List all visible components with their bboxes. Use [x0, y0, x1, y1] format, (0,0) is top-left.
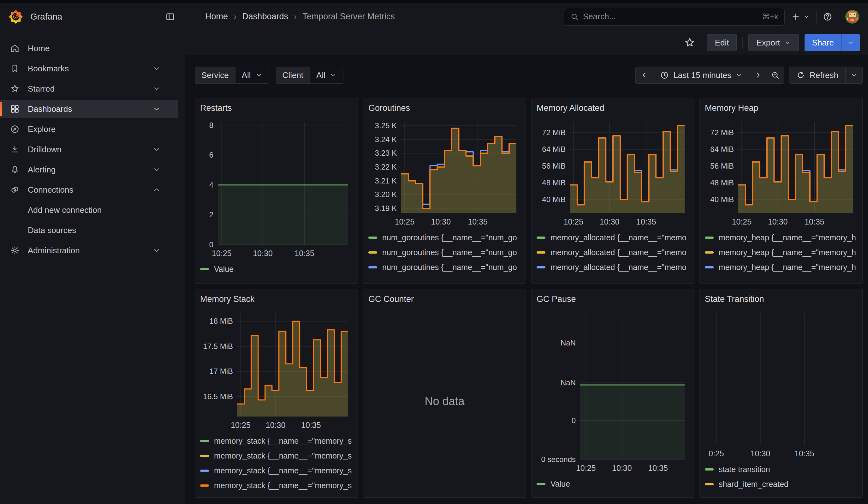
time-shift-forward-button[interactable]	[750, 67, 767, 83]
chevron-down-icon[interactable]	[152, 165, 161, 174]
share-button[interactable]: Share	[805, 34, 841, 51]
favorite-star-icon[interactable]	[684, 37, 695, 48]
legend-row[interactable]: memory_allocated {__name__="memo	[537, 230, 689, 245]
panel-title[interactable]: Memory Stack	[200, 294, 353, 305]
share-dropdown-button[interactable]	[841, 34, 860, 51]
sidebar-item-administration[interactable]: Administration	[0, 241, 178, 260]
legend-row[interactable]: Value	[200, 262, 353, 277]
chevron-down-icon	[851, 72, 858, 79]
breadcrumb-item[interactable]: Home	[205, 12, 228, 21]
legend-row[interactable]: memory_heap {__name__="memory_h	[705, 260, 857, 275]
goroutines-chart[interactable]: 3.25 K3.24 K3.23 K3.22 K3.21 K3.20 K3.19…	[368, 119, 521, 229]
sidebar-toggle-icon[interactable]	[165, 12, 175, 21]
panel-title[interactable]: GC Counter	[368, 294, 521, 305]
panel-title[interactable]: GC Pause	[537, 294, 689, 305]
panel-title[interactable]: Restarts	[200, 103, 353, 113]
restarts-chart[interactable]: 8642010:2510:3010:35	[200, 119, 353, 260]
legend-label: memory_stack {__name__="memory_s	[214, 466, 352, 475]
brand-name: Grafana	[30, 12, 62, 22]
legend-row[interactable]: memory_stack {__name__="memory_s	[200, 478, 353, 493]
svg-text:3.19 K: 3.19 K	[375, 204, 397, 213]
svg-text:4: 4	[209, 181, 213, 189]
legend: Value	[200, 262, 353, 277]
legend-row[interactable]: num_goroutines {__name__="num_go	[368, 275, 521, 278]
refresh-button[interactable]: Refresh	[789, 67, 845, 83]
legend-row[interactable]: state transition	[705, 462, 857, 477]
sidebar-item-add-new-connection[interactable]: Add new connection	[0, 201, 178, 219]
avatar[interactable]	[845, 10, 859, 24]
legend-swatch	[200, 268, 209, 270]
chevron-down-icon[interactable]	[152, 145, 161, 154]
legend-swatch	[200, 455, 209, 457]
refresh-interval-dropdown[interactable]	[845, 67, 862, 83]
sidebar-item-bookmarks[interactable]: Bookmarks	[0, 59, 178, 78]
sidebar-item-dashboards[interactable]: Dashboards	[0, 100, 178, 118]
legend-row[interactable]: shard_item_created	[705, 477, 857, 492]
legend-row[interactable]: memory_heap {__name__="memory_h	[705, 230, 857, 245]
panel-title[interactable]: State Transition	[705, 294, 857, 305]
chevron-down-icon[interactable]	[152, 105, 161, 113]
legend-row[interactable]: num_goroutines {__name__="num_go	[368, 260, 521, 275]
panel-title[interactable]: Memory Heap	[705, 103, 857, 113]
legend-label: num_goroutines {__name__="num_go	[382, 248, 517, 257]
legend-row[interactable]: memory_allocated {__name__="memo	[537, 275, 689, 278]
sidebar-item-drilldown[interactable]: Drilldown	[0, 140, 178, 158]
legend-swatch	[705, 237, 714, 239]
help-icon[interactable]	[823, 12, 832, 21]
chevron-down-icon[interactable]	[152, 246, 161, 255]
new-item-button[interactable]	[791, 12, 810, 21]
sidebar-item-home[interactable]: Home	[0, 39, 178, 58]
svg-text:40 MiB: 40 MiB	[542, 195, 566, 204]
chevron-up-icon[interactable]	[152, 186, 161, 194]
zoom-out-button[interactable]	[767, 67, 784, 83]
legend-row[interactable]: num_goroutines {__name__="num_go	[368, 245, 521, 260]
edit-button[interactable]: Edit	[707, 34, 737, 51]
svg-text:3.20 K: 3.20 K	[375, 190, 397, 199]
panel-memory-heap: Memory Heap 72 MiB64 MiB56 MiB48 MiB40 M…	[700, 98, 862, 284]
breadcrumb-item[interactable]: Dashboards	[242, 12, 288, 21]
export-button[interactable]: Export	[748, 34, 798, 51]
breadcrumb-item[interactable]: Temporal Server Metrics	[302, 12, 395, 21]
panel-title[interactable]: Memory Allocated	[537, 103, 689, 113]
divider	[701, 37, 701, 49]
sidebar-item-label: Drilldown	[28, 145, 62, 154]
sidebar-item-connections[interactable]: Connections	[0, 181, 178, 199]
panel-grid: Restarts 8642010:2510:3010:35 Value Goro…	[195, 98, 862, 498]
service-value-dropdown[interactable]: All	[235, 67, 269, 83]
search-box[interactable]: ⌘+k	[564, 8, 785, 25]
legend-label: memory_heap {__name__="memory_h	[719, 248, 856, 257]
legend-row[interactable]: memory_stack {__name__="memory_s	[200, 434, 353, 449]
client-value-dropdown[interactable]: All	[310, 67, 343, 83]
chevron-down-icon[interactable]	[152, 64, 161, 73]
memory-allocated-chart[interactable]: 72 MiB64 MiB56 MiB48 MiB40 MiB10:2510:30…	[537, 119, 689, 229]
sidebar-item-label: Bookmarks	[28, 64, 69, 74]
bookmark-icon	[10, 64, 20, 73]
panel-title[interactable]: Goroutines	[368, 103, 521, 113]
legend-row[interactable]: Value	[537, 476, 689, 491]
time-shift-back-button[interactable]	[636, 67, 653, 83]
legend-row[interactable]: memory_stack {__name__="memory_s	[200, 449, 353, 463]
chevron-down-icon[interactable]	[152, 85, 161, 93]
sidebar-item-data-sources[interactable]: Data sources	[0, 221, 178, 239]
search-input[interactable]	[583, 12, 758, 21]
time-range-picker[interactable]: Last 15 minutes	[653, 67, 750, 83]
sidebar-item-starred[interactable]: Starred	[0, 80, 178, 98]
legend-row[interactable]: memory_allocated {__name__="memo	[537, 260, 689, 275]
sidebar-item-label: Home	[28, 43, 50, 53]
gc-pause-chart[interactable]: NaNNaN00 seconds10:2510:3010:35	[537, 309, 689, 475]
legend-row[interactable]: memory_heap {__name__="memory_h	[705, 245, 857, 260]
legend-swatch	[200, 484, 209, 487]
memory-heap-chart[interactable]: 72 MiB64 MiB56 MiB48 MiB40 MiB10:2510:30…	[705, 119, 857, 229]
sidebar-item-label: Starred	[28, 84, 55, 94]
memory-stack-chart[interactable]: 18 MiB17.5 MiB17 MiB16.5 MiB10:2510:3010…	[200, 309, 353, 432]
plus-icon	[791, 12, 800, 21]
state-transition-chart[interactable]: 0:2510:3010:35	[705, 309, 857, 461]
legend-row[interactable]: num_goroutines {__name__="num_go	[368, 230, 521, 245]
legend-row[interactable]: memory_allocated {__name__="memo	[537, 245, 689, 260]
sidebar-item-alerting[interactable]: Alerting	[0, 161, 178, 179]
legend-row[interactable]: memory_heap {__name__="memory_h	[705, 275, 857, 278]
legend-row[interactable]: memory_stack {__name__="memory_s	[200, 463, 353, 478]
share-split-button: Share	[805, 34, 860, 51]
sidebar-item-explore[interactable]: Explore	[0, 120, 178, 138]
legend-label: memory_heap {__name__="memory_h	[719, 233, 856, 242]
